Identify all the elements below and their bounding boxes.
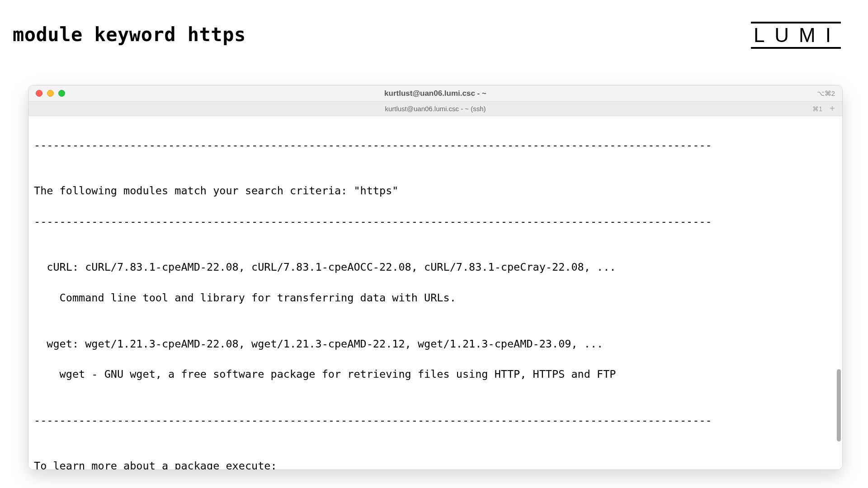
tab-title[interactable]: kurtlust@uan06.lumi.csc - ~ (ssh) <box>28 105 842 113</box>
rule-line: ----------------------------------------… <box>34 413 837 428</box>
terminal-output[interactable]: ----------------------------------------… <box>28 116 842 469</box>
match-header: The following modules match your search … <box>34 183 837 199</box>
help-learn-more: To learn more about a package execute: <box>34 459 837 469</box>
scrollbar-thumb[interactable] <box>837 369 841 441</box>
lumi-logo: LUMI <box>751 22 841 49</box>
module-curl-versions: cURL: cURL/7.83.1-cpeAMD-22.08, cURL/7.8… <box>34 260 837 275</box>
tab-shortcut-label: ⌘1 <box>812 105 822 113</box>
tab-bar: kurtlust@uan06.lumi.csc - ~ (ssh) ⌘1 + <box>28 102 842 116</box>
window-titlebar[interactable]: kurtlust@uan06.lumi.csc - ~ ⌥⌘2 <box>28 85 842 102</box>
module-wget-versions: wget: wget/1.21.3-cpeAMD-22.08, wget/1.2… <box>34 337 837 352</box>
new-tab-button[interactable]: + <box>827 103 838 114</box>
window-title: kurtlust@uan06.lumi.csc - ~ <box>28 89 842 98</box>
module-wget-description: wget - GNU wget, a free software package… <box>34 367 837 382</box>
terminal-window: kurtlust@uan06.lumi.csc - ~ ⌥⌘2 kurtlust… <box>28 85 843 470</box>
rule-line: ----------------------------------------… <box>34 214 837 230</box>
slide-title: module keyword https <box>13 23 246 46</box>
window-shortcut-label: ⌥⌘2 <box>817 89 842 98</box>
module-curl-description: Command line tool and library for transf… <box>34 291 837 306</box>
rule-line: ----------------------------------------… <box>34 138 837 153</box>
